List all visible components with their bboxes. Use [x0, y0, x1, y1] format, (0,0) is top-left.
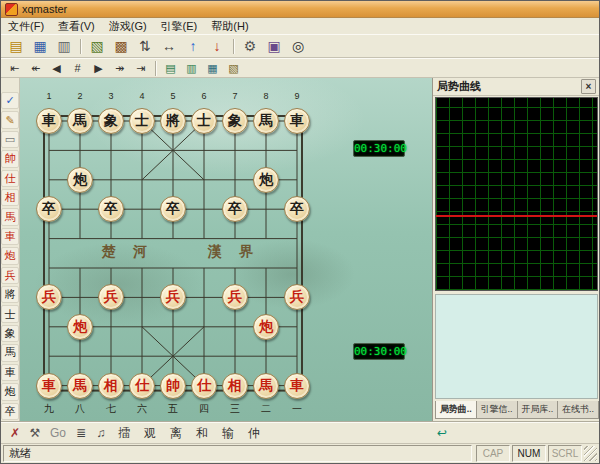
piece-red-6-9[interactable]: 相: [222, 373, 248, 399]
black-advisor-button[interactable]: 士: [1, 305, 19, 322]
flip-board-button[interactable]: ⇅: [134, 35, 156, 57]
piece-black-4-0[interactable]: 將: [160, 108, 186, 134]
move-up-button[interactable]: ↑: [182, 35, 204, 57]
evaluation-line: [436, 215, 597, 217]
menu-engine[interactable]: 引擎(E): [154, 18, 205, 35]
menu-file[interactable]: 文件(F): [1, 18, 51, 35]
piece-red-5-9[interactable]: 仕: [191, 373, 217, 399]
piece-black-7-2[interactable]: 炮: [253, 167, 279, 193]
piece-black-2-0[interactable]: 象: [98, 108, 124, 134]
tab-engine-info[interactable]: 引擎信..: [476, 401, 518, 419]
piece-black-8-0[interactable]: 車: [284, 108, 310, 134]
paste-game-icon[interactable]: ▥: [182, 59, 201, 77]
red-cannon-button[interactable]: 炮: [1, 247, 19, 264]
move-list-icon[interactable]: ≣: [73, 425, 89, 441]
red-advisor-button[interactable]: 仕: [1, 170, 19, 187]
black-elephant-button[interactable]: 象: [1, 325, 19, 342]
arbiter-button[interactable]: 仲: [243, 425, 265, 441]
menu-bar: 文件(F)查看(V)游戏(G)引擎(E)帮助(H): [1, 18, 599, 35]
tab-situation-curve[interactable]: 局势曲..: [435, 401, 477, 419]
black-cannon-button[interactable]: 炮: [1, 383, 19, 400]
tools-icon[interactable]: ⚒: [27, 425, 43, 441]
indicator-cap: CAP: [476, 445, 510, 462]
takeback-icon[interactable]: ↩: [434, 425, 450, 441]
black-horse-button[interactable]: 馬: [1, 344, 19, 361]
piece-red-0-9[interactable]: 車: [36, 373, 62, 399]
move-down-button[interactable]: ↓: [206, 35, 228, 57]
copy-game-icon[interactable]: ▤: [161, 59, 180, 77]
draw-button[interactable]: 和: [191, 425, 213, 441]
nav-current-button[interactable]: #: [68, 59, 87, 77]
black-rook-button[interactable]: 車: [1, 364, 19, 381]
title-bar[interactable]: xqmaster: [1, 1, 599, 18]
piece-black-3-0[interactable]: 士: [129, 108, 155, 134]
piece-black-0-3[interactable]: 卒: [36, 196, 62, 222]
nav-toolbar: ⇤↞◀#▶↠⇥▤▥▦▧: [1, 58, 599, 78]
observe-button[interactable]: 观: [139, 425, 161, 441]
print-button[interactable]: ▥: [53, 35, 75, 57]
nav-forward-button[interactable]: ▶: [89, 59, 108, 77]
piece-black-4-3[interactable]: 卒: [160, 196, 186, 222]
edit-mode-icon[interactable]: ✎: [1, 111, 19, 128]
search-button[interactable]: ◎: [287, 35, 309, 57]
piece-black-0-0[interactable]: 車: [36, 108, 62, 134]
piece-red-3-9[interactable]: 仕: [129, 373, 155, 399]
swap-sides-button[interactable]: ↔: [158, 35, 180, 57]
clear-board-icon[interactable]: ▭: [1, 131, 19, 148]
piece-black-6-0[interactable]: 象: [222, 108, 248, 134]
copy-position-icon[interactable]: ▦: [203, 59, 222, 77]
piece-black-6-3[interactable]: 卒: [222, 196, 248, 222]
window-title: xqmaster: [22, 3, 67, 15]
black-pawn-button[interactable]: 卒: [1, 403, 19, 420]
black-timer: 00:30:00: [353, 140, 405, 157]
resign-button[interactable]: 输: [217, 425, 239, 441]
arena-button[interactable]: 擂: [113, 425, 135, 441]
panel-close-button[interactable]: ×: [581, 79, 596, 94]
red-pawn-button[interactable]: 兵: [1, 267, 19, 284]
leave-button[interactable]: 离: [165, 425, 187, 441]
red-king-button[interactable]: 帥: [1, 150, 19, 167]
piece-black-5-0[interactable]: 士: [191, 108, 217, 134]
menu-view[interactable]: 查看(V): [51, 18, 102, 35]
book-button[interactable]: ▣: [263, 35, 285, 57]
nav-last-button[interactable]: ⇥: [131, 59, 150, 77]
edit-position-button[interactable]: ▩: [110, 35, 132, 57]
stop-icon[interactable]: ✗: [7, 425, 23, 441]
piece-red-2-9[interactable]: 相: [98, 373, 124, 399]
nav-forward-fast-button[interactable]: ↠: [110, 59, 129, 77]
file-chinese-label: 六: [134, 402, 150, 416]
red-rook-button[interactable]: 車: [1, 228, 19, 245]
save-file-button[interactable]: ▦: [29, 35, 51, 57]
piece-red-7-9[interactable]: 馬: [253, 373, 279, 399]
analysis-panel: 局势曲线 × 局势曲..引擎信..开局库..在线书..: [432, 78, 600, 422]
menu-help[interactable]: 帮助(H): [204, 18, 255, 35]
piece-black-2-3[interactable]: 卒: [98, 196, 124, 222]
red-horse-button[interactable]: 馬: [1, 208, 19, 225]
piece-red-8-9[interactable]: 車: [284, 373, 310, 399]
copy-board-button[interactable]: ▧: [86, 35, 108, 57]
nav-back-fast-button[interactable]: ↞: [26, 59, 45, 77]
piece-black-1-2[interactable]: 炮: [67, 167, 93, 193]
panel-title: 局势曲线: [437, 79, 481, 94]
sound-icon[interactable]: ♫: [93, 425, 109, 441]
piece-red-1-9[interactable]: 馬: [67, 373, 93, 399]
annotate-ok-icon[interactable]: ✓: [1, 92, 19, 109]
piece-red-4-9[interactable]: 帥: [160, 373, 186, 399]
piece-black-7-0[interactable]: 馬: [253, 108, 279, 134]
nav-first-button[interactable]: ⇤: [5, 59, 24, 77]
open-file-button[interactable]: ▤: [5, 35, 27, 57]
red-elephant-button[interactable]: 相: [1, 189, 19, 206]
menu-game[interactable]: 游戏(G): [102, 18, 154, 35]
go-button[interactable]: Go: [47, 425, 69, 441]
resize-grip[interactable]: [584, 446, 597, 461]
piece-black-1-0[interactable]: 馬: [67, 108, 93, 134]
nav-back-button[interactable]: ◀: [47, 59, 66, 77]
tab-opening-book[interactable]: 开局库..: [517, 401, 559, 419]
piece-red-1-7[interactable]: 炮: [67, 314, 93, 340]
piece-red-7-7[interactable]: 炮: [253, 314, 279, 340]
tab-online-book[interactable]: 在线书..: [557, 401, 599, 419]
black-king-button[interactable]: 將: [1, 286, 19, 303]
paste-position-icon[interactable]: ▧: [224, 59, 243, 77]
piece-black-8-3[interactable]: 卒: [284, 196, 310, 222]
engine-settings-button[interactable]: ⚙: [239, 35, 261, 57]
